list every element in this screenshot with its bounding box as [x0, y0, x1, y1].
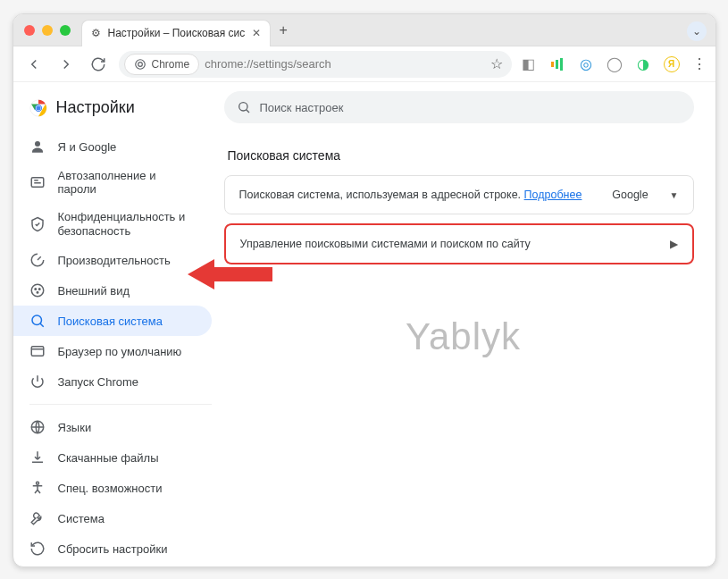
caret-down-icon: ▼ [670, 190, 679, 200]
power-icon [29, 373, 46, 390]
sidebar-item-privacy[interactable]: Конфиденциальность и безопасность [13, 203, 212, 245]
sidebar-item-default-browser[interactable]: Браузер по умолчанию [13, 336, 212, 366]
svg-point-11 [38, 289, 40, 290]
sidebar-item-label: Сбросить настройки [58, 542, 168, 556]
sidebar-item-reset[interactable]: Сбросить настройки [13, 533, 212, 564]
toolbar: Chrome chrome://settings/search ☆ ◧ ◎ ◯ … [13, 46, 715, 82]
svg-point-12 [37, 292, 38, 294]
manage-search-engines-card[interactable]: Управление поисковыми системами и поиско… [224, 223, 694, 264]
sidebar-item-label: Система [58, 512, 105, 525]
url-text: chrome://settings/search [205, 57, 484, 71]
chrome-menu-button[interactable]: ⋮ [692, 55, 707, 72]
site-info-chip[interactable]: Chrome [124, 54, 200, 75]
sidebar-item-label: Языки [58, 421, 92, 434]
browser-tab[interactable]: ⚙ Настройки – Поисковая сис ✕ [81, 20, 272, 46]
search-engine-value: Google [612, 189, 648, 201]
accessibility-icon [29, 480, 46, 496]
card-text: Управление поисковыми системами и поиско… [240, 238, 531, 250]
gear-icon: ⚙ [91, 27, 101, 39]
extension-icons: ◧ ◎ ◯ ◑ Я ⋮ [521, 55, 707, 72]
palette-icon [29, 282, 46, 298]
learn-more-link[interactable]: Подробнее [524, 189, 582, 201]
omnibox[interactable]: Chrome chrome://settings/search ☆ [119, 51, 512, 78]
profile-badge[interactable]: Я [664, 56, 680, 72]
titlebar: ⚙ Настройки – Поисковая сис ✕ + ⌄ [13, 14, 715, 46]
sidebar-item-search-engine[interactable]: Поисковая система [13, 306, 212, 336]
chevron-right-icon: ▶ [670, 238, 678, 250]
chip-label: Chrome [152, 58, 190, 71]
reset-icon [29, 541, 46, 557]
sidebar-item-label: Я и Google [58, 140, 117, 154]
svg-point-9 [31, 284, 44, 297]
bookmark-star-button[interactable]: ☆ [490, 55, 503, 72]
search-icon [29, 313, 46, 329]
sidebar-item-autofill[interactable]: Автозаполнение и пароли [13, 162, 212, 203]
sidebar-item-system[interactable]: Система [13, 503, 212, 533]
settings-sidebar: Настройки Я и Google Автозаполнение и па… [13, 82, 212, 566]
sidebar-item-label: Поисковая система [58, 315, 163, 328]
back-button[interactable] [22, 53, 46, 76]
section-title: Поисковая система [228, 148, 694, 163]
sidebar-header: Настройки [13, 91, 212, 131]
close-window-button[interactable] [24, 25, 35, 36]
window-icon [29, 343, 46, 359]
svg-point-6 [36, 105, 40, 110]
sidebar-item-label: Автозаполнение и пароли [58, 169, 196, 196]
svg-point-19 [238, 103, 247, 111]
settings-search-placeholder: Поиск настроек [260, 101, 344, 114]
extension-circle-icon[interactable]: ◎ [578, 56, 594, 72]
wrench-icon [29, 510, 46, 526]
sidebar-item-label: Внешний вид [58, 284, 130, 298]
sidebar-item-label: Браузер по умолчанию [58, 345, 182, 358]
sidebar-item-languages[interactable]: Языки [13, 412, 212, 442]
sidebar-item-label: Конфиденциальность и безопасность [58, 210, 196, 238]
sidebar-item-downloads[interactable]: Скачанные файлы [13, 442, 212, 473]
svg-point-7 [35, 141, 40, 147]
globe-icon [29, 419, 46, 435]
extension-1-icon[interactable]: ◧ [521, 56, 537, 72]
sidebar-title: Настройки [56, 98, 135, 117]
search-engine-select[interactable]: Google ▼ [612, 189, 678, 201]
extensions-puzzle-icon[interactable]: ◑ [635, 56, 651, 72]
svg-point-10 [35, 289, 37, 290]
shield-icon [29, 216, 46, 232]
svg-point-13 [32, 315, 42, 325]
reload-button[interactable] [87, 53, 110, 76]
sidebar-item-you-and-google[interactable]: Я и Google [13, 131, 212, 162]
sidebar-item-label: Скачанные файлы [58, 451, 159, 465]
autofill-icon [29, 174, 46, 190]
svg-point-16 [36, 482, 38, 484]
svg-point-1 [138, 62, 142, 66]
close-tab-button[interactable]: ✕ [252, 27, 261, 39]
tab-title: Настройки – Поисковая сис [108, 27, 246, 39]
svg-point-0 [135, 59, 145, 69]
tabs-dropdown-button[interactable]: ⌄ [687, 21, 707, 41]
svg-rect-14 [31, 347, 44, 357]
person-icon [29, 138, 46, 155]
sidebar-item-label: Запуск Chrome [58, 375, 139, 389]
watermark: Yablyk [406, 315, 521, 358]
extension-bars-icon[interactable] [549, 56, 565, 72]
settings-main: Поиск настроек Поисковая система Поисков… [212, 82, 715, 566]
sidebar-item-performance[interactable]: Производительность [13, 245, 212, 275]
forward-button[interactable] [54, 53, 78, 76]
extension-ring-icon[interactable]: ◯ [607, 56, 623, 72]
sidebar-divider [29, 404, 212, 405]
window-controls [13, 25, 81, 36]
download-icon [29, 449, 46, 466]
chrome-small-icon [134, 58, 146, 71]
minimize-window-button[interactable] [42, 25, 53, 36]
maximize-window-button[interactable] [60, 25, 71, 36]
search-engine-card: Поисковая система, используемая в адресн… [224, 175, 694, 214]
settings-search[interactable]: Поиск настроек [224, 91, 694, 123]
sidebar-item-on-startup[interactable]: Запуск Chrome [13, 366, 212, 397]
chrome-logo-icon [29, 99, 47, 117]
card-text: Поисковая система, используемая в адресн… [239, 189, 522, 201]
new-tab-button[interactable]: + [271, 22, 296, 38]
speed-icon [29, 252, 46, 268]
sidebar-item-appearance[interactable]: Внешний вид [13, 275, 212, 306]
sidebar-item-label: Производительность [58, 254, 171, 267]
search-icon [237, 100, 251, 114]
sidebar-item-accessibility[interactable]: Спец. возможности [13, 473, 212, 503]
sidebar-item-label: Спец. возможности [58, 482, 163, 495]
